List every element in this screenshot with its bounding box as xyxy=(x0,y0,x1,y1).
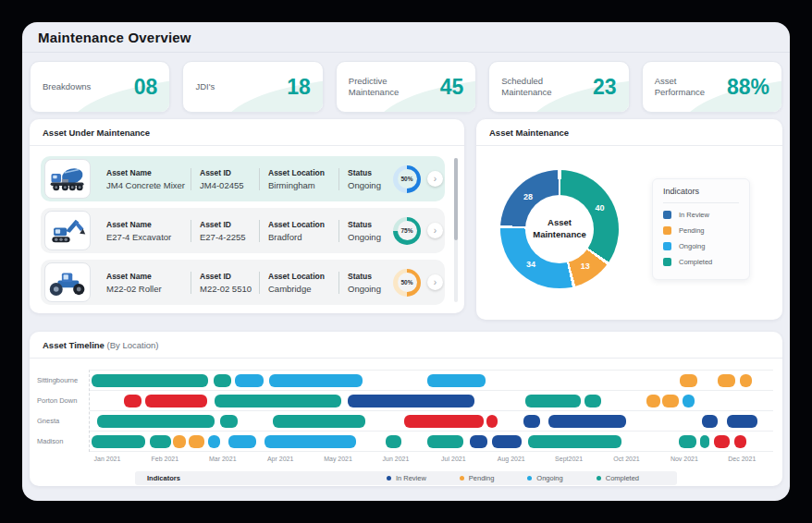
timeline-bar[interactable] xyxy=(734,435,745,448)
timeline-bar[interactable] xyxy=(486,415,498,428)
axis-tick-label: Jul 2021 xyxy=(441,456,465,462)
timeline-bar[interactable] xyxy=(208,435,220,448)
timeline-title: Asset Timeline (By Location) xyxy=(30,332,782,359)
timeline-bar[interactable] xyxy=(92,435,145,448)
kpi-label: Scheduled Maintenance xyxy=(501,76,564,99)
timeline-bar[interactable] xyxy=(662,395,679,407)
timeline-bar[interactable] xyxy=(173,435,186,448)
timeline-bar[interactable] xyxy=(92,374,207,387)
timeline-bar[interactable] xyxy=(348,395,474,407)
legend-dot xyxy=(527,476,532,480)
timeline-legend-item-in-review: In Review xyxy=(387,474,426,482)
legend-label: Completed xyxy=(606,474,639,482)
asset-col-loc: Asset LocationBradford xyxy=(259,220,338,242)
legend-swatch xyxy=(663,226,671,235)
timeline-bar[interactable] xyxy=(548,415,626,428)
column-header: Asset Location xyxy=(268,168,330,177)
legend-dot xyxy=(387,476,391,480)
timeline-bar[interactable] xyxy=(404,415,485,428)
scrollbar[interactable] xyxy=(454,158,458,302)
timeline-bar[interactable] xyxy=(525,395,581,407)
timeline-bar[interactable] xyxy=(427,374,486,387)
asset-under-maintenance-panel: Asset Under Maintenance Asset NameJM4 Co… xyxy=(30,119,464,313)
timeline-bar[interactable] xyxy=(714,435,730,448)
timeline-bar[interactable] xyxy=(124,395,141,407)
progress-ring: 75% xyxy=(393,217,421,245)
timeline-row-labels: SittingbournePorton DownGnestaMadison xyxy=(37,370,89,452)
timeline-bar[interactable] xyxy=(528,435,621,448)
timeline-bar[interactable] xyxy=(145,395,207,407)
timeline-bar[interactable] xyxy=(273,415,365,428)
timeline-bar[interactable] xyxy=(680,374,697,387)
timeline-row xyxy=(90,391,773,411)
timeline-legend-title: Indicators xyxy=(147,474,180,482)
kpi-value: 23 xyxy=(593,75,617,100)
timeline-bar[interactable] xyxy=(189,435,204,448)
timeline-bar[interactable] xyxy=(220,415,238,428)
asset-row[interactable]: Asset NameJM4 Concrete MixerAsset IDJM4-… xyxy=(41,156,445,201)
kpi-card-predictive-maintenance[interactable]: Predictive Maintenance45 xyxy=(336,61,476,113)
asset-col-status: StatusOngoing xyxy=(338,272,392,294)
asset-row[interactable]: Asset NameE27-4 ExcavatorAsset IDE27-4-2… xyxy=(41,208,445,253)
timeline-bar[interactable] xyxy=(492,435,522,448)
donut-segment-value-completed: 40 xyxy=(595,203,604,213)
donut-segment-value-ongoing: 34 xyxy=(526,260,535,269)
column-value: M22-02 Roller xyxy=(106,284,182,294)
timeline-bar[interactable] xyxy=(523,415,540,428)
timeline-bar[interactable] xyxy=(427,435,463,448)
kpi-card-asset-performance[interactable]: Asset Performance88% xyxy=(642,61,782,113)
timeline-row xyxy=(90,432,773,452)
column-value: Ongoing xyxy=(348,232,384,242)
axis-tick-label: Jan 2021 xyxy=(94,456,121,462)
axis-tick-label: Sept2021 xyxy=(555,456,583,462)
asset-col-status: StatusOngoing xyxy=(338,168,392,190)
timeline-axis: Jan 2021Feb 2021Mar 2021Apr 2021May 2021… xyxy=(89,454,773,467)
chevron-right-icon[interactable]: › xyxy=(427,223,443,238)
donut-legend-title: Indicators xyxy=(663,187,739,203)
column-value: Cambridge xyxy=(268,284,330,294)
column-header: Asset ID xyxy=(200,220,251,229)
timeline-bar[interactable] xyxy=(97,415,214,428)
timeline-bar[interactable] xyxy=(679,435,696,448)
column-value: Ongoing xyxy=(348,284,384,294)
kpi-label: JDI's xyxy=(195,81,215,92)
column-header: Asset ID xyxy=(200,168,251,177)
scrollbar-thumb[interactable] xyxy=(454,158,458,240)
column-header: Asset Name xyxy=(106,272,182,281)
legend-swatch xyxy=(663,242,671,250)
timeline-bar[interactable] xyxy=(727,415,757,428)
timeline-bar[interactable] xyxy=(584,395,600,407)
kpi-card-jdi-s[interactable]: JDI's18 xyxy=(182,61,323,113)
kpi-card-scheduled-maintenance[interactable]: Scheduled Maintenance23 xyxy=(488,61,629,113)
timeline-row-label: Gnesta xyxy=(37,410,89,431)
timeline-bar[interactable] xyxy=(386,435,401,448)
progress-value: 50% xyxy=(398,169,417,189)
timeline-gantt-chart xyxy=(89,370,773,452)
timeline-bar[interactable] xyxy=(235,374,264,387)
timeline-bar[interactable] xyxy=(228,435,256,448)
chevron-right-icon[interactable]: › xyxy=(427,171,443,187)
kpi-card-breakdowns[interactable]: Breakdowns08 xyxy=(30,61,170,113)
timeline-bar[interactable] xyxy=(214,374,231,387)
timeline-bar[interactable] xyxy=(269,374,362,387)
legend-item-completed: Completed xyxy=(663,258,739,266)
timeline-bar[interactable] xyxy=(702,415,717,428)
chevron-right-icon[interactable]: › xyxy=(427,274,443,290)
progress-value: 50% xyxy=(398,273,417,292)
timeline-bar[interactable] xyxy=(265,435,357,448)
timeline-bar[interactable] xyxy=(470,435,487,448)
donut-panel-title: Asset Maintenance xyxy=(476,119,782,146)
timeline-bar[interactable] xyxy=(150,435,171,448)
timeline-bar[interactable] xyxy=(683,395,694,407)
timeline-legend: Indicators In ReviewPendingOngoingComple… xyxy=(135,471,677,485)
axis-tick-label: Nov 2021 xyxy=(671,456,698,462)
timeline-bar[interactable] xyxy=(740,374,752,387)
timeline-bar[interactable] xyxy=(646,395,661,407)
asset-row[interactable]: Asset NameM22-02 RollerAsset IDM22-02 55… xyxy=(41,260,445,305)
timeline-bar[interactable] xyxy=(215,395,342,407)
legend-label: Ongoing xyxy=(679,242,705,250)
kpi-value: 18 xyxy=(287,75,311,100)
timeline-bar[interactable] xyxy=(718,374,735,387)
timeline-bar[interactable] xyxy=(700,435,709,448)
timeline-row xyxy=(90,371,773,391)
